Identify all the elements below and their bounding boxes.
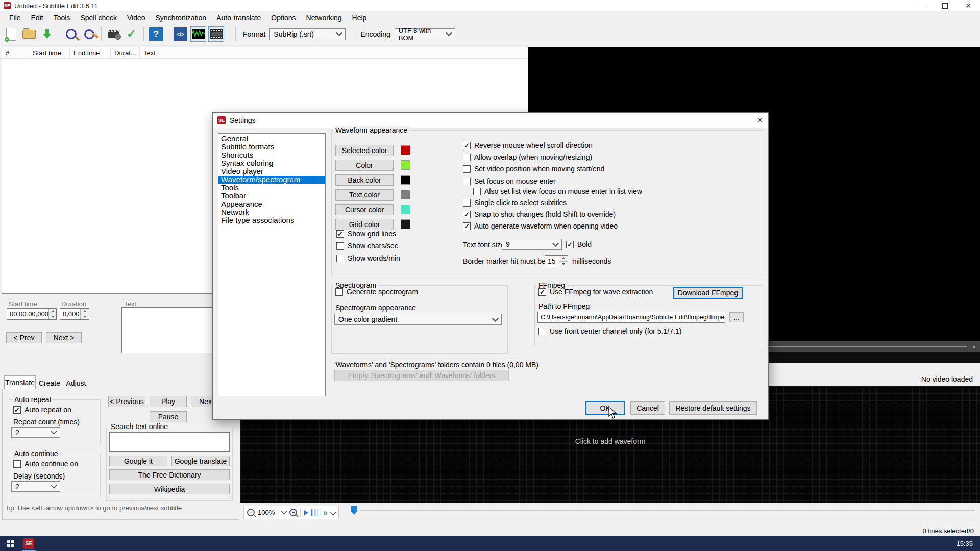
source-view-button[interactable]: </>: [173, 26, 188, 42]
taskbar-subtitle-edit[interactable]: SE: [23, 536, 34, 551]
grid-color-button[interactable]: Grid color: [335, 219, 394, 230]
ok-button[interactable]: OK: [585, 401, 625, 415]
use-ffmpeg-checkbox[interactable]: Use FFmpeg for wave extraction: [538, 288, 653, 296]
google-translate-button[interactable]: Google translate: [172, 456, 230, 466]
tab-adjust[interactable]: Adjust: [63, 377, 89, 389]
waveform-zoom-select[interactable]: 100%: [258, 509, 286, 516]
column-number[interactable]: #: [2, 47, 29, 58]
bold-checkbox[interactable]: Bold: [566, 240, 592, 248]
show-grid-lines-checkbox[interactable]: Show grid lines: [336, 230, 396, 238]
play-button[interactable]: Play: [150, 396, 187, 407]
zoom-out-icon[interactable]: −: [247, 509, 255, 516]
columns-icon[interactable]: [311, 509, 320, 516]
menu-options[interactable]: Options: [266, 14, 301, 22]
restore-default-settings-button[interactable]: Restore default settings: [669, 401, 757, 415]
browse-ffmpeg-button[interactable]: ...: [729, 312, 744, 322]
set-video-position-checkbox[interactable]: Set video position when moving start/end: [463, 165, 604, 173]
waveform-toggle-button[interactable]: [190, 26, 206, 42]
tab-translate[interactable]: Translate: [4, 375, 36, 389]
also-set-list-view-focus-checkbox[interactable]: Also set list view focus on mouse enter …: [473, 187, 642, 195]
minimize-button[interactable]: [910, 0, 933, 11]
column-duration[interactable]: Durat...: [111, 47, 140, 58]
prev-subtitle-button[interactable]: < Prev: [6, 332, 42, 343]
search-text-input[interactable]: [109, 432, 230, 452]
category-waveform-spectrogram[interactable]: Waveform/spectrogram: [218, 176, 325, 184]
category-subtitle-formats[interactable]: Subtitle formats: [218, 143, 325, 151]
border-marker-spinner[interactable]: [559, 256, 568, 267]
visual-sync-button[interactable]: [106, 26, 121, 42]
dialog-title-bar[interactable]: SE Settings: [213, 113, 768, 128]
wikipedia-button[interactable]: Wikipedia: [109, 484, 230, 494]
generate-spectrogram-checkbox[interactable]: Generate spectrogram: [335, 288, 418, 296]
seek-track[interactable]: [360, 510, 975, 511]
maximize-button[interactable]: [933, 0, 957, 11]
show-chars-sec-checkbox[interactable]: Show chars/sec: [336, 242, 398, 250]
format-select[interactable]: SubRip (.srt): [270, 28, 346, 40]
back-color-button[interactable]: Back color: [335, 174, 394, 186]
subtitle-text-area[interactable]: [121, 307, 224, 353]
play-selection-icon[interactable]: [304, 510, 308, 516]
close-button[interactable]: ✕: [957, 0, 980, 11]
free-dictionary-button[interactable]: The Free Dictionary: [109, 469, 230, 480]
allow-overlap-checkbox[interactable]: Allow overlap (when moving/resizing): [463, 153, 592, 161]
auto-continue-checkbox[interactable]: Auto continue on: [13, 460, 78, 468]
download-ffmpeg-button[interactable]: Download FFmpeg: [673, 287, 743, 299]
category-network[interactable]: Network: [218, 208, 325, 216]
spectrogram-appearance-select[interactable]: One color gradient: [334, 314, 502, 325]
google-it-button[interactable]: Google it: [109, 456, 167, 466]
find-button[interactable]: [63, 26, 79, 42]
tab-create[interactable]: Create: [37, 377, 62, 389]
ffmpeg-path-input[interactable]: C:\Users\gehrmann\AppData\Roaming\Subtit…: [537, 312, 725, 323]
pause-button[interactable]: Pause: [150, 411, 187, 422]
color-button[interactable]: Color: [335, 160, 394, 171]
encoding-select[interactable]: UTF-8 with BOM: [395, 28, 455, 40]
category-appearance[interactable]: Appearance: [218, 200, 325, 208]
start-time-field[interactable]: 00:00:00,000: [7, 308, 57, 320]
show-words-min-checkbox[interactable]: Show words/min: [336, 254, 400, 262]
column-start-time[interactable]: Start time: [29, 47, 70, 58]
category-video-player[interactable]: Video player: [218, 167, 325, 176]
dialog-close-button[interactable]: ×: [752, 113, 768, 128]
menu-video[interactable]: Video: [122, 14, 151, 22]
menu-tools[interactable]: Tools: [48, 14, 76, 22]
replace-button[interactable]: [81, 26, 97, 42]
repeat-count-select[interactable]: 2: [11, 427, 60, 438]
help-button[interactable]: ?: [148, 26, 164, 42]
start-time-spinner[interactable]: [48, 309, 57, 319]
delay-select[interactable]: 2: [11, 481, 60, 492]
duration-field[interactable]: 0,000: [60, 308, 89, 320]
category-syntax-coloring[interactable]: Syntax coloring: [218, 159, 325, 167]
menu-spell-check[interactable]: Spell check: [75, 14, 122, 22]
category-toolbar[interactable]: Toolbar: [218, 192, 325, 200]
category-general[interactable]: General: [218, 135, 325, 143]
duration-spinner[interactable]: [80, 309, 89, 319]
category-shortcuts[interactable]: Shortcuts: [218, 151, 325, 159]
snap-to-shot-changes-checkbox[interactable]: Snap to shot changes (hold Shift to over…: [463, 210, 616, 218]
cursor-color-button[interactable]: Cursor color: [335, 204, 394, 215]
category-tools[interactable]: Tools: [218, 184, 325, 192]
text-color-button[interactable]: Text color: [335, 189, 394, 201]
cancel-button[interactable]: Cancel: [630, 401, 665, 415]
new-file-button[interactable]: +: [3, 26, 19, 42]
menu-synchronization[interactable]: Synchronization: [151, 14, 212, 22]
fast-forward-icon[interactable]: »: [972, 343, 976, 350]
previous-button[interactable]: < Previous: [108, 396, 145, 407]
chevron-down-icon[interactable]: [330, 509, 336, 516]
next-subtitle-button[interactable]: Next >: [46, 332, 82, 343]
menu-help[interactable]: Help: [347, 14, 372, 22]
menu-auto-translate[interactable]: Auto-translate: [211, 14, 266, 22]
category-file-type-associations[interactable]: File type associations: [218, 216, 325, 224]
reverse-mouse-wheel-checkbox[interactable]: Reverse mouse wheel scroll direction: [463, 141, 593, 149]
selected-color-button[interactable]: Selected color: [335, 145, 394, 156]
menu-file[interactable]: File: [4, 14, 26, 22]
column-text[interactable]: Text: [140, 47, 528, 58]
save-file-button[interactable]: [39, 26, 55, 42]
single-click-select-checkbox[interactable]: Single click to select subtitles: [463, 198, 567, 207]
border-marker-field[interactable]: 15: [545, 255, 568, 267]
open-file-button[interactable]: [21, 26, 37, 42]
menu-networking[interactable]: Networking: [301, 14, 347, 22]
auto-generate-waveform-checkbox[interactable]: Auto generate waveform when opening vide…: [463, 222, 618, 230]
menu-edit[interactable]: Edit: [26, 14, 48, 22]
position-marker[interactable]: [351, 506, 357, 515]
spell-check-button[interactable]: ✓: [124, 26, 139, 42]
